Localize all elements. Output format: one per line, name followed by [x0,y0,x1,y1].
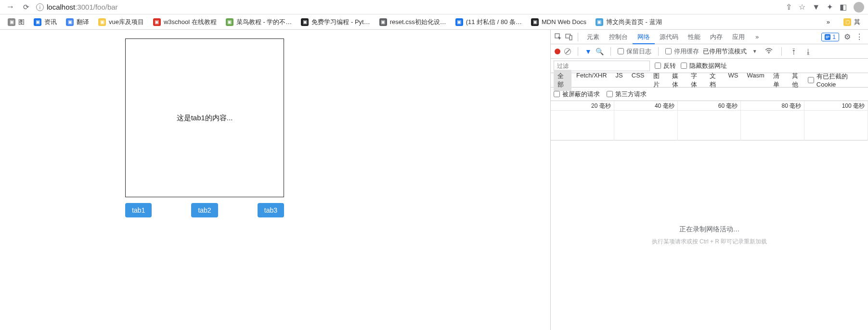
hide-data-urls-checkbox[interactable]: 隐藏数据网址 [681,62,727,70]
bookmark-favicon: ▣ [226,18,233,26]
bookmark-favicon: ▣ [531,18,539,26]
bookmarks-folder-label: 其 [854,18,860,26]
bookmark-favicon: ▣ [153,18,161,26]
third-party-checkbox[interactable]: 第三方请求 [607,90,647,99]
bookmark-label: 菜鸟教程 - 学的不… [236,18,292,26]
timeline-column [804,111,868,140]
devtools-tab[interactable]: 源代码 [655,30,683,44]
preserve-log-checkbox[interactable]: 保留日志 [618,47,651,56]
browser-toolbar: → ⟳ i localhost:3001/foo/bar ⇪ ☆ ▼ ✦ ◧ [0,0,868,14]
bookmark-favicon: ▣ [66,18,74,26]
tab-button-tab2[interactable]: tab2 [191,203,218,217]
devtools-tab[interactable]: 内存 [705,30,727,44]
search-icon[interactable]: 🔍 [596,48,604,55]
bookmark-item[interactable]: ▣免费学习编程 - Pyt… [297,16,374,28]
network-timeline[interactable]: 20 毫秒40 毫秒60 毫秒80 毫秒100 毫秒 [551,101,868,140]
avatar[interactable] [854,2,864,13]
disable-cache-label: 停用缓存 [674,47,699,56]
star-icon[interactable]: ☆ [799,2,805,12]
bookmark-item[interactable]: ▣资讯 [30,16,61,28]
bookmark-label: 资讯 [44,18,57,26]
folder-icon: ▢ [843,18,851,26]
filter-icon[interactable]: ▼ [585,48,592,55]
bookmark-item[interactable]: ▣MDN Web Docs [527,17,590,27]
bookmark-label: (11 封私信 / 80 条… [466,18,522,26]
bookmark-item[interactable]: ▣w3school 在线教程 [149,16,220,28]
bookmark-item[interactable]: ▣(11 封私信 / 80 条… [452,16,526,28]
kebab-icon[interactable]: ⋮ [854,32,865,41]
import-har-icon[interactable]: ⭱ [789,48,799,55]
issues-badge[interactable]: 1 [821,33,839,41]
devtools-tab[interactable]: 性能 [683,30,705,44]
device-toggle-icon[interactable] [564,32,574,42]
timeline-column [551,111,614,140]
network-type-filters: 全部Fetch/XHRJSCSS图片媒体字体文档WSWasm清单其他 有已拦截的… [551,73,868,88]
devtools-tabs: 元素控制台网络源代码性能内存应用 » 1 ⚙ ⋮ [551,30,868,44]
chevron-down-icon[interactable]: ▼ [751,49,759,54]
devtools-tab[interactable]: 应用 [727,30,750,44]
devtools-tab[interactable]: 网络 [633,30,655,44]
timeline-tick: 100 毫秒 [804,101,868,110]
network-extra-filters: 被屏蔽的请求 第三方请求 [551,88,868,101]
site-info-icon[interactable]: i [36,3,44,11]
bookmark-favicon: ▣ [379,18,387,26]
bookmark-item[interactable]: ▣reset.css初始化设… [376,16,450,28]
bookmark-label: 博文尚美首页 - 蓝湖 [606,18,662,26]
devtools-tab[interactable]: 元素 [582,30,604,44]
blocked-cookies-label: 有已拦截的 Cookie [816,72,865,88]
preserve-log-label: 保留日志 [626,47,651,56]
bookmark-item[interactable]: ▣菜鸟教程 - 学的不… [222,16,296,28]
bookmarks-folder[interactable]: ▢ 其 [840,16,864,28]
bookmark-item[interactable]: ▣图 [4,16,28,28]
bookmark-label: 免费学习编程 - Pyt… [311,18,370,26]
blocked-cookies-checkbox[interactable]: 有已拦截的 Cookie [808,72,865,88]
bookmarks-overflow[interactable]: » [823,17,834,27]
tab-button-tab3[interactable]: tab3 [258,203,284,217]
issues-count: 1 [832,34,836,40]
invert-checkbox[interactable]: 反转 [655,62,676,70]
chevron-down-icon[interactable]: ▼ [812,3,820,12]
bookmark-label: MDN Web Docs [542,18,586,25]
blocked-requests-checkbox[interactable]: 被屏蔽的请求 [554,90,600,99]
bookmark-label: reset.css初始化设… [390,18,446,26]
bookmarks-bar: ▣图▣资讯▣翻译▣vue库及项目▣w3school 在线教程▣菜鸟教程 - 学的… [0,14,868,30]
hide-data-urls-label: 隐藏数据网址 [689,62,727,70]
forward-icon[interactable]: → [4,2,16,12]
share-icon[interactable]: ⇪ [786,2,792,12]
tab-button-tab1[interactable]: tab1 [125,203,152,217]
reload-icon[interactable]: ⟳ [21,3,31,12]
devtools-panel: 元素控制台网络源代码性能内存应用 » 1 ⚙ ⋮ ▼ 🔍 保留日志 停用缓存 [550,30,868,330]
bookmark-favicon: ▣ [455,18,463,26]
bookmark-item[interactable]: ▣翻译 [62,16,93,28]
throttling-select[interactable]: 已停用节流模式 [703,47,747,56]
panel-icon[interactable]: ◧ [840,2,847,12]
network-conditions-icon[interactable] [763,48,775,55]
timeline-tick: 80 毫秒 [741,101,804,110]
bookmark-label: 图 [18,18,25,26]
bookmark-label: w3school 在线教程 [164,18,217,26]
bookmark-item[interactable]: ▣博文尚美首页 - 蓝湖 [592,16,666,28]
disable-cache-checkbox[interactable]: 停用缓存 [665,47,699,56]
svg-rect-2 [570,36,572,40]
bookmark-favicon: ▣ [8,18,15,26]
export-har-icon[interactable]: ⭳ [803,48,814,55]
gear-icon[interactable]: ⚙ [842,32,853,41]
svg-point-4 [768,52,769,53]
devtools-tabs-more[interactable]: » [751,30,764,43]
timeline-column [741,111,804,140]
bookmark-favicon: ▣ [596,18,603,26]
devtools-tab[interactable]: 控制台 [604,30,633,44]
record-icon[interactable] [555,49,560,54]
clear-icon[interactable] [564,48,571,55]
bookmark-item[interactable]: ▣vue库及项目 [94,16,148,28]
url-text: localhost:3001/foo/bar [47,3,118,11]
timeline-column [678,111,741,140]
address-bar[interactable]: i localhost:3001/foo/bar [36,3,781,11]
inspect-element-icon[interactable] [554,32,563,42]
extensions-icon[interactable]: ✦ [827,2,833,12]
timeline-column [614,111,678,140]
tab-content-box: 这是tab1的内容... [125,38,284,197]
timeline-tick: 40 毫秒 [614,101,678,110]
blocked-requests-label: 被屏蔽的请求 [562,90,600,99]
toolbar-right: ⇪ ☆ ▼ ✦ ◧ [786,2,864,13]
